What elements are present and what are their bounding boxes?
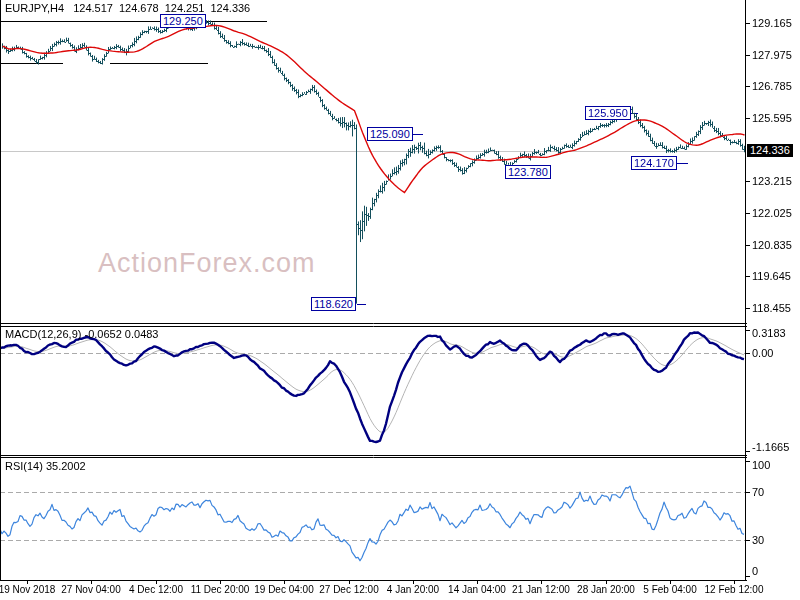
price-axis-label: 125.595 [752, 112, 792, 124]
rsi-axis-label: 0 [752, 565, 758, 577]
rsi-axis-label: 100 [752, 459, 770, 471]
macd-axis-label: 0.3183 [752, 327, 786, 339]
price-axis-label: 127.975 [752, 49, 792, 61]
chart-title: EURJPY,H4 124.517124.678124.251124.336 [5, 2, 256, 14]
current-price-tag: 124.336 [747, 144, 793, 157]
date-axis-label: 27 Nov 04:00 [61, 584, 121, 595]
price-annotation: 123.780 [505, 165, 551, 179]
date-axis-label: 14 Jan 04:00 [448, 584, 506, 595]
price-annotation: 125.950 [585, 106, 631, 120]
price-axis-label: 118.455 [752, 302, 791, 314]
ohlc-open: 124.517 [73, 2, 113, 14]
price-axis-label: 120.835 [752, 239, 792, 251]
price-axis-label: 126.785 [752, 80, 792, 92]
price-axis-label: 122.025 [752, 207, 792, 219]
price-annotation: 124.170 [631, 156, 677, 170]
date-axis-label: 4 Jan 20:00 [387, 584, 439, 595]
ohlc-high: 124.678 [119, 2, 159, 14]
rsi-axis-label: 30 [752, 534, 764, 546]
rsi-label: RSI(14) 35.2002 [5, 460, 86, 472]
forex-chart-window: ActionForex.com EURJPY,H4 124.517124.678… [0, 0, 800, 600]
price-annotation: 118.620 [311, 297, 356, 311]
date-axis-label: 12 Feb 12:00 [705, 584, 764, 595]
date-axis-label: 27 Dec 12:00 [319, 584, 379, 595]
date-axis-label: 4 Dec 12:00 [129, 584, 183, 595]
chart-canvas[interactable] [0, 0, 800, 600]
price-axis-label: 123.215 [752, 175, 792, 187]
macd-label: MACD(12,26,9) -0.0652 0.0483 [5, 328, 158, 340]
date-axis-label: 19 Dec 04:00 [254, 584, 314, 595]
price-annotation: 129.250 [160, 14, 206, 28]
symbol-timeframe: EURJPY,H4 [5, 2, 64, 14]
price-annotation: 125.090 [367, 127, 413, 141]
date-axis-label: 19 Nov 2018 [0, 584, 55, 595]
date-axis-label: 5 Feb 04:00 [643, 584, 696, 595]
price-axis-label: 129.165 [752, 17, 792, 29]
macd-axis-label: -1.1665 [752, 441, 789, 453]
ohlc-low: 124.251 [165, 2, 205, 14]
date-axis-label: 11 Dec 20:00 [191, 584, 250, 595]
date-axis-label: 28 Jan 20:00 [577, 584, 635, 595]
ohlc-close: 124.336 [210, 2, 250, 14]
date-axis-label: 21 Jan 12:00 [512, 584, 570, 595]
macd-axis-label: 0.00 [752, 347, 773, 359]
price-axis-label: 119.645 [752, 270, 791, 282]
rsi-axis-label: 70 [752, 486, 764, 498]
